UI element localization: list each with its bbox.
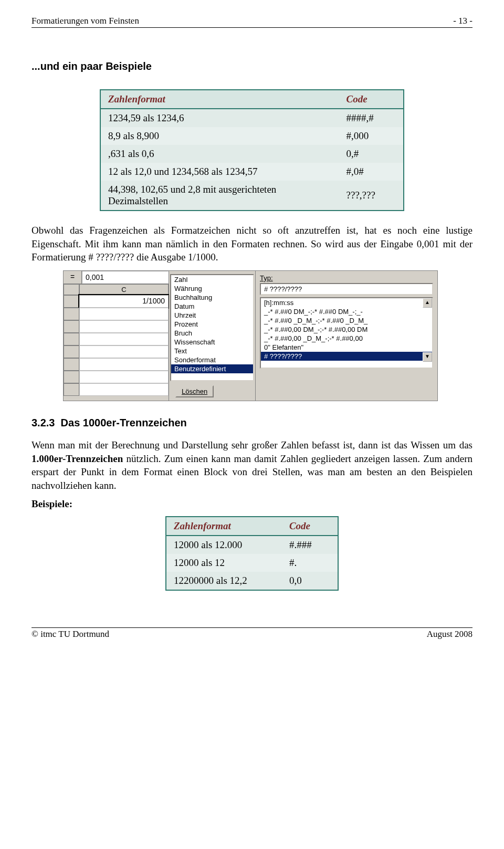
row-header-6: [64, 358, 79, 371]
row-header-corner: [64, 284, 79, 295]
table2-header-format: Zahlenformat: [166, 517, 282, 536]
type-item[interactable]: _-* #.##0,00 DM_-;-* #.##0,00 DM: [261, 325, 432, 334]
type-item-selected[interactable]: # ????/????: [261, 352, 432, 361]
table-row: 8,9 als 8,900#,000: [100, 127, 404, 145]
excel-screenshot: = 0,001 C 1/1000 Zahl Währung Bu: [63, 270, 472, 401]
category-item-selected[interactable]: Benutzerdefiniert: [171, 364, 253, 373]
category-item[interactable]: Währung: [171, 284, 253, 293]
footer-left: © itmc TU Dortmund: [32, 629, 109, 640]
header-right: - 13 -: [453, 16, 472, 26]
scroll-up-icon[interactable]: ▲: [423, 298, 432, 308]
table2-header-code: Code: [282, 517, 338, 536]
category-item[interactable]: Bruch: [171, 329, 253, 338]
type-item[interactable]: 0" Elefanten": [261, 343, 432, 352]
table-row: 12000 als 12#.: [166, 554, 338, 572]
paragraph-2: Wenn man mit der Berechnung und Darstell…: [32, 438, 472, 492]
page-header: Formatierungen vom Feinsten - 13 -: [32, 16, 472, 28]
delete-button[interactable]: Löschen: [175, 385, 214, 397]
row-header-7: [64, 371, 79, 383]
type-input[interactable]: # ????/????: [260, 283, 433, 295]
table1-header-format: Zahlenformat: [100, 90, 339, 109]
row-header-4: [64, 333, 79, 345]
category-panel: Zahl Währung Buchhaltung Datum Uhrzeit P…: [169, 270, 256, 401]
row-header-5: [64, 345, 79, 358]
paragraph-1: Obwohl das Fragenzeichen als Formatzeich…: [32, 224, 472, 264]
table-row: 12000 als 12.000#.###: [166, 536, 338, 554]
beispiele-heading: Beispiele:: [32, 497, 472, 511]
table-row: ,631 als 0,60,#: [100, 145, 404, 163]
category-item[interactable]: Datum: [171, 302, 253, 311]
table-row: 12200000 als 12,20,0: [166, 572, 338, 590]
category-item[interactable]: Sonderformat: [171, 355, 253, 364]
column-header-c: C: [79, 284, 169, 295]
intro-heading: ...und ein paar Beispiele: [32, 59, 472, 74]
page-footer: © itmc TU Dortmund August 2008: [32, 627, 472, 640]
formula-equals-icon: =: [64, 271, 82, 284]
section-number: 3.2.3: [32, 417, 55, 428]
type-listbox[interactable]: ▲ [h]:mm:ss _-* #.##0 DM_-;-* #.##0 DM_-…: [260, 297, 433, 369]
footer-right: August 2008: [427, 629, 472, 640]
category-item[interactable]: Text: [171, 347, 253, 355]
table-row: 1234,59 als 1234,6####,#: [100, 109, 404, 127]
table-row: 44,398, 102,65 und 2,8 mit ausgerichtete…: [100, 181, 404, 211]
row-header-3: [64, 320, 79, 333]
cell-c1[interactable]: 1/1000: [79, 295, 169, 308]
excel-sheet-panel: = 0,001 C 1/1000: [63, 270, 169, 401]
category-item[interactable]: Prozent: [171, 320, 253, 329]
format-table-1: Zahlenformat Code 1234,59 als 1234,6####…: [100, 89, 404, 211]
category-item[interactable]: Buchhaltung: [171, 293, 253, 302]
category-item[interactable]: Uhrzeit: [171, 311, 253, 320]
table-row: 12 als 12,0 und 1234,568 als 1234,57#,0#: [100, 163, 404, 181]
type-panel: Typ: # ????/???? ▲ [h]:mm:ss _-* #.##0 D…: [256, 270, 438, 401]
row-header-8: [64, 383, 79, 396]
type-item[interactable]: _-* #.##0,00 _D_M_-;-* #.##0,00: [261, 334, 432, 343]
formula-bar: = 0,001: [64, 271, 169, 284]
section-title: Das 1000er-Trennzeichen: [61, 417, 187, 428]
type-label: Typ:: [260, 274, 433, 282]
scroll-down-icon[interactable]: ▼: [423, 352, 432, 362]
type-item[interactable]: _-* #.##0 _D_M_-;-* #.##0 _D_M_: [261, 316, 432, 325]
thousand-separator-term: 1.000er-Trennzeichen: [32, 453, 123, 464]
type-item[interactable]: [h]:mm:ss: [261, 298, 432, 307]
category-item[interactable]: Wissenschaft: [171, 338, 253, 347]
row-header-1: [64, 295, 79, 308]
row-header-2: [64, 308, 79, 320]
table1-header-code: Code: [339, 90, 404, 109]
section-heading: 3.2.3 Das 1000er-Trennzeichen: [32, 417, 472, 429]
formula-value[interactable]: 0,001: [82, 271, 169, 284]
category-listbox[interactable]: Zahl Währung Buchhaltung Datum Uhrzeit P…: [170, 274, 254, 381]
type-item[interactable]: _-* #.##0 DM_-;-* #.##0 DM_-;_-: [261, 307, 432, 316]
format-table-2: Zahlenformat Code 12000 als 12.000#.### …: [165, 516, 339, 591]
category-item[interactable]: Zahl: [171, 275, 253, 284]
header-left: Formatierungen vom Feinsten: [32, 16, 139, 26]
